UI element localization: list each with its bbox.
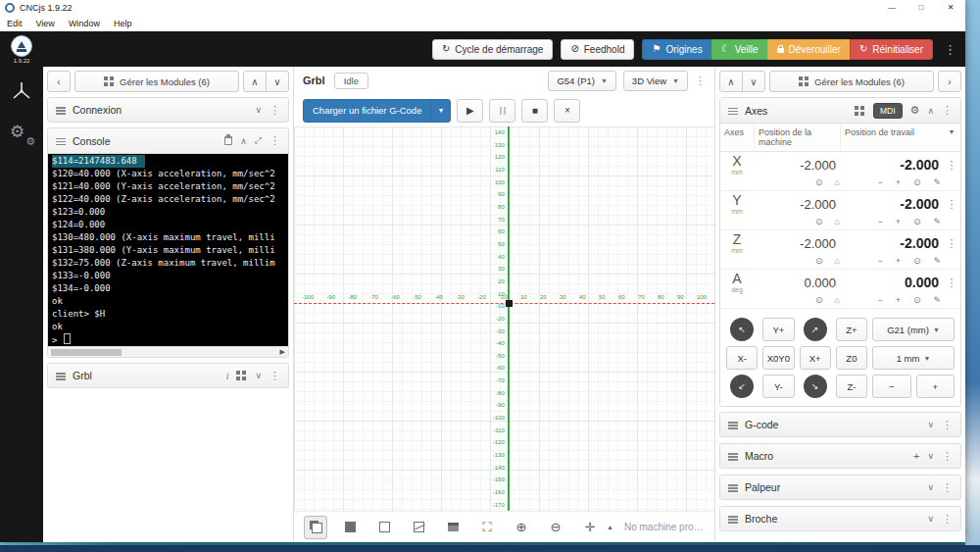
chevron-down-icon[interactable]: ∨ bbox=[255, 105, 262, 115]
collapse-left-panel-button[interactable]: ‹ bbox=[47, 71, 71, 92]
scroll-right-icon[interactable]: ▶ bbox=[280, 348, 285, 356]
minus-icon[interactable]: − bbox=[877, 296, 882, 305]
homing-button[interactable]: ⚑ Origines bbox=[642, 39, 710, 60]
feedhold-button[interactable]: ⊘ Feedhold bbox=[561, 39, 634, 60]
console-menu-icon[interactable]: ⋮ bbox=[270, 135, 280, 146]
scrollbar-thumb[interactable] bbox=[51, 349, 122, 356]
minus-icon[interactable]: − bbox=[877, 178, 882, 187]
run-button[interactable]: ▶ bbox=[457, 99, 483, 123]
jog-x-plus-button[interactable]: X+ bbox=[800, 346, 831, 370]
zero-work-icon[interactable]: ⊙ bbox=[913, 218, 921, 226]
minus-icon[interactable]: − bbox=[877, 257, 882, 266]
view-front-button[interactable] bbox=[372, 516, 396, 539]
minus-icon[interactable]: − bbox=[877, 218, 882, 226]
edit-icon[interactable]: ✎ bbox=[933, 178, 941, 187]
zoom-out-button[interactable]: ⊖ bbox=[544, 516, 567, 539]
info-icon[interactable]: i bbox=[226, 371, 229, 381]
menu-item[interactable]: Window bbox=[62, 19, 107, 28]
menu-item[interactable]: Help bbox=[107, 19, 139, 28]
axis-menu-icon[interactable]: ⋮ bbox=[947, 159, 957, 171]
chevron-down-icon[interactable]: ∨ bbox=[927, 451, 934, 461]
section-menu-icon[interactable]: ⋮ bbox=[942, 451, 953, 462]
widget-up-button[interactable]: ∧ bbox=[243, 71, 267, 92]
chevron-up-icon[interactable]: ∧ bbox=[240, 136, 247, 146]
close-gcode-button[interactable]: × bbox=[554, 99, 580, 123]
widget-section-header[interactable]: Macro + ∨ ⋮ bbox=[719, 443, 961, 469]
gear-icon[interactable]: ⚙ bbox=[910, 104, 920, 117]
step-size-dropdown[interactable]: 1 mm ▼ bbox=[872, 346, 955, 370]
jog-down-left-button[interactable]: ↙ bbox=[730, 375, 754, 398]
zoom-in-button[interactable]: ⊕ bbox=[510, 516, 533, 539]
jog-z-plus-button[interactable]: Z+ bbox=[836, 318, 867, 341]
view-mode-dropdown[interactable]: 3D View ▼ bbox=[623, 71, 688, 91]
chevron-down-icon[interactable]: ∨ bbox=[927, 420, 934, 429]
plus-icon[interactable]: + bbox=[896, 178, 901, 187]
unlock-button[interactable]: Déverouiller bbox=[767, 39, 850, 60]
toolbar-menu-icon[interactable]: ⋮ bbox=[941, 43, 959, 56]
widget-down-button[interactable]: ∨ bbox=[742, 71, 765, 92]
minimize-button[interactable]: — bbox=[877, 0, 906, 16]
widget-section-header[interactable]: G-code ∨ ⋮ bbox=[719, 412, 961, 437]
console-widget-header[interactable]: Console ∧ ⤢ ⋮ bbox=[48, 128, 288, 154]
menu-item[interactable]: Edit bbox=[0, 19, 29, 28]
clear-console-icon[interactable] bbox=[224, 136, 232, 145]
console-output[interactable]: $114=2147483.648$120=40.000 (X-axis acce… bbox=[48, 154, 288, 346]
grbl-menu-icon[interactable]: ⋮ bbox=[270, 371, 280, 381]
units-dropdown[interactable]: G21 (mm) ▼ bbox=[872, 318, 955, 341]
zero-machine-icon[interactable]: ⊙ bbox=[815, 178, 823, 187]
manage-modules-button-left[interactable]: Gérer les Modules (6) bbox=[74, 71, 239, 92]
visualizer-menu-icon[interactable]: ⋮ bbox=[695, 75, 706, 86]
jog-up-left-button[interactable]: ↖ bbox=[730, 318, 754, 341]
step-decrease-button[interactable]: − bbox=[872, 375, 911, 398]
widget-section-header[interactable]: Broche ∨ ⋮ bbox=[719, 506, 961, 531]
caret-up-icon[interactable]: ▲ bbox=[607, 524, 613, 530]
zero-machine-icon[interactable]: ⊙ bbox=[815, 296, 823, 305]
add-icon[interactable]: + bbox=[913, 450, 919, 462]
jog-down-right-button[interactable]: ↘ bbox=[804, 375, 827, 398]
xyz-axes-icon[interactable] bbox=[11, 80, 32, 102]
mdi-button[interactable]: MDI bbox=[873, 103, 903, 119]
pan-mode-button[interactable]: ✛ bbox=[578, 516, 602, 539]
settings-gears-icon[interactable]: ⚙ ⚙ bbox=[10, 122, 33, 145]
caret-down-icon[interactable]: ▼ bbox=[430, 100, 450, 122]
manage-modules-button-right[interactable]: Gérer les Modules (6) bbox=[769, 71, 934, 92]
plus-icon[interactable]: + bbox=[896, 218, 901, 226]
stop-button[interactable]: ■ bbox=[521, 99, 548, 123]
chevron-down-icon[interactable]: ∨ bbox=[927, 514, 934, 524]
axis-menu-icon[interactable]: ⋮ bbox=[947, 237, 957, 249]
axis-menu-icon[interactable]: ⋮ bbox=[947, 198, 957, 210]
caret-down-icon[interactable]: ▼ bbox=[949, 128, 956, 135]
edit-icon[interactable]: ✎ bbox=[933, 296, 941, 305]
chevron-down-icon[interactable]: ∨ bbox=[927, 482, 934, 492]
cycle-start-button[interactable]: ↻ Cycle de démarrage bbox=[432, 39, 553, 60]
view-isometric-button[interactable] bbox=[304, 516, 327, 539]
axis-menu-icon[interactable]: ⋮ bbox=[947, 276, 957, 288]
maximize-button[interactable]: □ bbox=[906, 0, 936, 16]
plus-icon[interactable]: + bbox=[896, 257, 901, 266]
view-top-button[interactable] bbox=[338, 516, 362, 539]
plus-icon[interactable]: + bbox=[896, 296, 901, 305]
section-menu-icon[interactable]: ⋮ bbox=[942, 514, 953, 525]
wcs-dropdown[interactable]: G54 (P1) ▼ bbox=[548, 71, 615, 91]
goto-xy-zero-button[interactable]: X0Y0 bbox=[762, 346, 794, 370]
view-side-button[interactable] bbox=[407, 516, 430, 539]
expand-icon[interactable]: ⤢ bbox=[255, 135, 262, 146]
console-scrollbar[interactable]: ▶ bbox=[48, 346, 288, 357]
queue-reports-icon[interactable] bbox=[236, 371, 240, 375]
grbl-widget-header[interactable]: Grbl i ∨ ⋮ bbox=[47, 363, 289, 388]
zero-work-icon[interactable]: ⊙ bbox=[913, 296, 921, 305]
edit-icon[interactable]: ✎ bbox=[933, 218, 941, 226]
zero-work-icon[interactable]: ⊙ bbox=[913, 178, 921, 187]
menu-item[interactable]: View bbox=[29, 19, 62, 28]
jog-up-right-button[interactable]: ↗ bbox=[804, 318, 827, 341]
connection-widget-header[interactable]: Connexion ∨ ⋮ bbox=[47, 97, 289, 123]
widget-up-button[interactable]: ∧ bbox=[719, 71, 743, 92]
jog-z-minus-button[interactable]: Z- bbox=[836, 375, 867, 398]
zero-work-icon[interactable]: ⊙ bbox=[913, 257, 921, 266]
close-button[interactable]: ✕ bbox=[936, 0, 965, 16]
widget-section-header[interactable]: Palpeur ∨ ⋮ bbox=[719, 475, 961, 500]
step-increase-button[interactable]: + bbox=[916, 375, 956, 398]
pause-button[interactable] bbox=[489, 99, 515, 123]
zero-machine-icon[interactable]: ⊙ bbox=[815, 218, 823, 226]
jog-y-minus-button[interactable]: Y- bbox=[762, 375, 794, 398]
